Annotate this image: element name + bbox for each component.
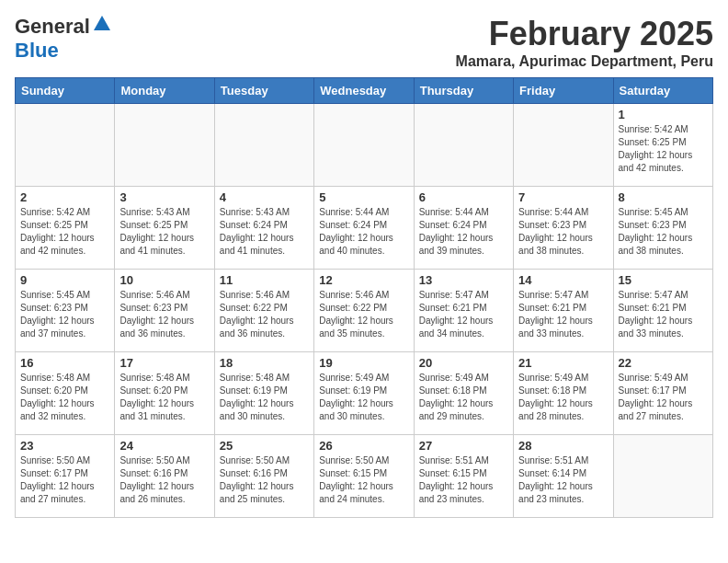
day-number: 9: [20, 273, 109, 287]
calendar-cell: 19Sunrise: 5:49 AM Sunset: 6:19 PM Dayli…: [314, 352, 414, 435]
day-info: Sunrise: 5:50 AM Sunset: 6:17 PM Dayligh…: [20, 454, 109, 506]
day-number: 24: [119, 439, 209, 453]
calendar-cell: 1Sunrise: 5:42 AM Sunset: 6:25 PM Daylig…: [613, 104, 712, 187]
day-number: 23: [20, 439, 109, 453]
day-number: 25: [220, 439, 309, 453]
calendar-cell: 16Sunrise: 5:48 AM Sunset: 6:20 PM Dayli…: [16, 352, 115, 435]
day-info: Sunrise: 5:50 AM Sunset: 6:16 PM Dayligh…: [220, 454, 309, 506]
day-number: 6: [419, 190, 508, 204]
day-info: Sunrise: 5:44 AM Sunset: 6:24 PM Dayligh…: [319, 206, 408, 258]
day-info: Sunrise: 5:49 AM Sunset: 6:18 PM Dayligh…: [518, 372, 608, 423]
calendar-cell: [514, 104, 613, 187]
calendar-cell: 10Sunrise: 5:46 AM Sunset: 6:23 PM Dayli…: [115, 270, 214, 352]
day-number: 21: [518, 356, 608, 370]
calendar-cell: [214, 104, 313, 187]
day-number: 11: [220, 273, 309, 287]
day-number: 8: [619, 190, 708, 204]
calendar-cell: 7Sunrise: 5:44 AM Sunset: 6:23 PM Daylig…: [514, 187, 613, 270]
calendar-cell: 28Sunrise: 5:51 AM Sunset: 6:14 PM Dayli…: [514, 435, 613, 518]
day-info: Sunrise: 5:45 AM Sunset: 6:23 PM Dayligh…: [20, 289, 109, 340]
day-number: 28: [518, 439, 608, 453]
calendar-cell: 18Sunrise: 5:48 AM Sunset: 6:19 PM Dayli…: [214, 352, 313, 435]
calendar-week-2: 2Sunrise: 5:42 AM Sunset: 6:25 PM Daylig…: [16, 187, 713, 270]
day-info: Sunrise: 5:47 AM Sunset: 6:21 PM Dayligh…: [419, 289, 508, 340]
day-number: 27: [419, 439, 508, 453]
day-header-wednesday: Wednesday: [314, 78, 414, 104]
day-number: 17: [119, 356, 209, 370]
day-info: Sunrise: 5:51 AM Sunset: 6:15 PM Dayligh…: [419, 454, 508, 506]
day-number: 26: [319, 439, 408, 453]
calendar-cell: 9Sunrise: 5:45 AM Sunset: 6:23 PM Daylig…: [16, 270, 115, 352]
day-info: Sunrise: 5:49 AM Sunset: 6:18 PM Dayligh…: [419, 372, 508, 423]
calendar-cell: [115, 104, 214, 187]
calendar-week-4: 16Sunrise: 5:48 AM Sunset: 6:20 PM Dayli…: [16, 352, 713, 435]
calendar-header-row: SundayMondayTuesdayWednesdayThursdayFrid…: [16, 78, 713, 104]
day-info: Sunrise: 5:51 AM Sunset: 6:14 PM Dayligh…: [518, 454, 608, 506]
day-info: Sunrise: 5:45 AM Sunset: 6:23 PM Dayligh…: [619, 206, 708, 258]
day-info: Sunrise: 5:43 AM Sunset: 6:25 PM Dayligh…: [119, 206, 209, 258]
calendar-cell: 4Sunrise: 5:43 AM Sunset: 6:24 PM Daylig…: [214, 187, 313, 270]
day-info: Sunrise: 5:47 AM Sunset: 6:21 PM Dayligh…: [619, 289, 708, 340]
calendar-cell: 27Sunrise: 5:51 AM Sunset: 6:15 PM Dayli…: [414, 435, 513, 518]
calendar-cell: [414, 104, 513, 187]
day-info: Sunrise: 5:50 AM Sunset: 6:15 PM Dayligh…: [319, 454, 408, 506]
day-info: Sunrise: 5:43 AM Sunset: 6:24 PM Dayligh…: [220, 206, 309, 258]
calendar-week-3: 9Sunrise: 5:45 AM Sunset: 6:23 PM Daylig…: [16, 270, 713, 352]
day-info: Sunrise: 5:46 AM Sunset: 6:22 PM Dayligh…: [319, 289, 408, 340]
day-info: Sunrise: 5:47 AM Sunset: 6:21 PM Dayligh…: [518, 289, 608, 340]
logo-blue-text: Blue: [15, 39, 59, 62]
logo: General Blue: [15, 15, 112, 63]
calendar-week-5: 23Sunrise: 5:50 AM Sunset: 6:17 PM Dayli…: [16, 435, 713, 518]
day-number: 5: [319, 190, 408, 204]
calendar-cell: 2Sunrise: 5:42 AM Sunset: 6:25 PM Daylig…: [16, 187, 115, 270]
day-number: 22: [619, 356, 708, 370]
day-number: 16: [20, 356, 109, 370]
month-title: February 2025: [456, 15, 713, 53]
calendar-cell: 26Sunrise: 5:50 AM Sunset: 6:15 PM Dayli…: [314, 435, 414, 518]
day-number: 15: [619, 273, 708, 287]
calendar-cell: 14Sunrise: 5:47 AM Sunset: 6:21 PM Dayli…: [514, 270, 613, 352]
calendar-cell: 13Sunrise: 5:47 AM Sunset: 6:21 PM Dayli…: [414, 270, 513, 352]
day-info: Sunrise: 5:42 AM Sunset: 6:25 PM Dayligh…: [20, 206, 109, 258]
calendar-cell: 5Sunrise: 5:44 AM Sunset: 6:24 PM Daylig…: [314, 187, 414, 270]
day-info: Sunrise: 5:44 AM Sunset: 6:23 PM Dayligh…: [518, 206, 608, 258]
day-number: 19: [319, 356, 408, 370]
calendar-cell: 20Sunrise: 5:49 AM Sunset: 6:18 PM Dayli…: [414, 352, 513, 435]
calendar-cell: 6Sunrise: 5:44 AM Sunset: 6:24 PM Daylig…: [414, 187, 513, 270]
day-info: Sunrise: 5:48 AM Sunset: 6:19 PM Dayligh…: [220, 372, 309, 423]
calendar-cell: [314, 104, 414, 187]
calendar-cell: 8Sunrise: 5:45 AM Sunset: 6:23 PM Daylig…: [613, 187, 712, 270]
day-info: Sunrise: 5:48 AM Sunset: 6:20 PM Dayligh…: [20, 372, 109, 423]
logo-triangle-icon: [92, 14, 112, 34]
day-number: 12: [319, 273, 408, 287]
calendar-week-1: 1Sunrise: 5:42 AM Sunset: 6:25 PM Daylig…: [16, 104, 713, 187]
day-number: 14: [518, 273, 608, 287]
day-number: 4: [220, 190, 309, 204]
day-number: 3: [119, 190, 209, 204]
day-number: 20: [419, 356, 508, 370]
logo-general-text: General: [15, 15, 90, 39]
day-header-thursday: Thursday: [414, 78, 513, 104]
calendar-cell: 21Sunrise: 5:49 AM Sunset: 6:18 PM Dayli…: [514, 352, 613, 435]
day-number: 10: [119, 273, 209, 287]
calendar-cell: 17Sunrise: 5:48 AM Sunset: 6:20 PM Dayli…: [115, 352, 214, 435]
location-title: Mamara, Apurimac Department, Peru: [456, 53, 713, 70]
svg-marker-0: [94, 16, 110, 30]
calendar-cell: 24Sunrise: 5:50 AM Sunset: 6:16 PM Dayli…: [115, 435, 214, 518]
day-number: 2: [20, 190, 109, 204]
day-header-monday: Monday: [115, 78, 214, 104]
calendar-cell: 15Sunrise: 5:47 AM Sunset: 6:21 PM Dayli…: [613, 270, 712, 352]
calendar-cell: 12Sunrise: 5:46 AM Sunset: 6:22 PM Dayli…: [314, 270, 414, 352]
day-info: Sunrise: 5:46 AM Sunset: 6:22 PM Dayligh…: [220, 289, 309, 340]
day-number: 7: [518, 190, 608, 204]
calendar-cell: 22Sunrise: 5:49 AM Sunset: 6:17 PM Dayli…: [613, 352, 712, 435]
calendar-cell: 25Sunrise: 5:50 AM Sunset: 6:16 PM Dayli…: [214, 435, 313, 518]
calendar-table: SundayMondayTuesdayWednesdayThursdayFrid…: [15, 77, 713, 518]
day-info: Sunrise: 5:42 AM Sunset: 6:25 PM Dayligh…: [619, 123, 708, 175]
day-info: Sunrise: 5:44 AM Sunset: 6:24 PM Dayligh…: [419, 206, 508, 258]
calendar-cell: 23Sunrise: 5:50 AM Sunset: 6:17 PM Dayli…: [16, 435, 115, 518]
calendar-cell: 11Sunrise: 5:46 AM Sunset: 6:22 PM Dayli…: [214, 270, 313, 352]
day-info: Sunrise: 5:49 AM Sunset: 6:17 PM Dayligh…: [619, 372, 708, 423]
calendar-cell: [16, 104, 115, 187]
day-number: 1: [619, 108, 708, 121]
